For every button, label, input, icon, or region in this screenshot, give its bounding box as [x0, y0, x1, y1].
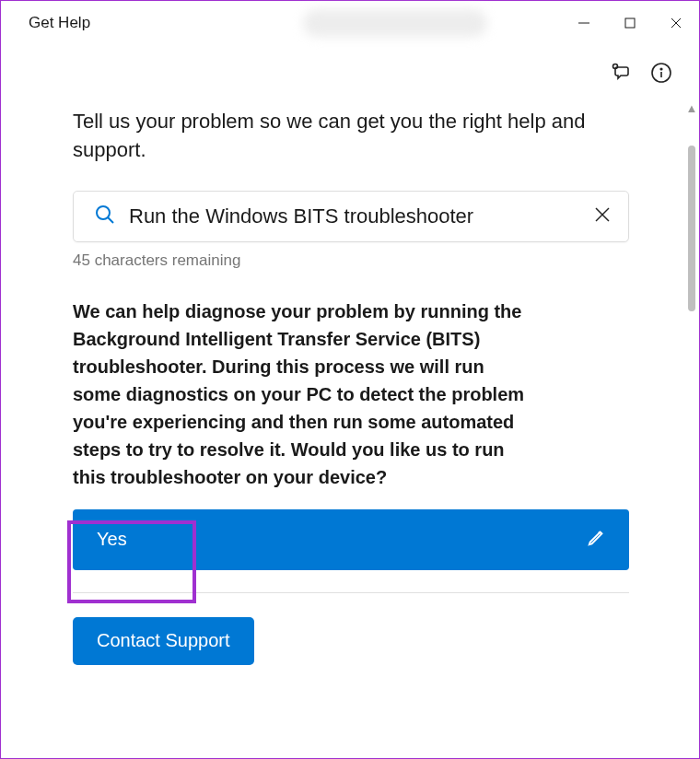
divider: [73, 592, 629, 593]
x-icon: [593, 205, 612, 224]
maximize-button[interactable]: [607, 5, 653, 41]
svg-point-4: [613, 64, 618, 69]
maximize-icon: [624, 17, 636, 29]
window-controls: [561, 5, 699, 41]
scrollbar[interactable]: ▲: [684, 100, 699, 758]
close-button[interactable]: [653, 5, 699, 41]
svg-line-9: [108, 217, 113, 223]
titlebar-blur-region: [303, 9, 487, 37]
svg-point-6: [660, 68, 662, 70]
yes-button[interactable]: Yes: [73, 509, 629, 570]
prompt-text: Tell us your problem so we can get you t…: [73, 108, 629, 165]
characters-remaining: 45 characters remaining: [73, 251, 629, 270]
search-input-value[interactable]: Run the Windows BITS troubleshooter: [129, 204, 580, 228]
get-help-window: Get Help: [0, 0, 700, 759]
close-icon: [670, 17, 682, 29]
diagnosis-text: We can help diagnose your problem by run…: [73, 298, 533, 491]
window-title: Get Help: [29, 14, 90, 32]
info-icon: [650, 62, 672, 84]
edit-icon[interactable]: [587, 527, 607, 552]
scrollbar-thumb[interactable]: [688, 146, 695, 311]
feedback-icon: [610, 62, 632, 84]
toolbar: [1, 45, 699, 100]
svg-rect-1: [625, 18, 635, 28]
minimize-button[interactable]: [561, 5, 607, 41]
main-content: Tell us your problem so we can get you t…: [1, 100, 684, 758]
scroll-up-arrow[interactable]: ▲: [686, 102, 698, 114]
yes-label: Yes: [97, 529, 587, 550]
minimize-icon: [578, 17, 590, 29]
contact-support-button[interactable]: Contact Support: [73, 617, 254, 665]
info-button[interactable]: [649, 61, 673, 85]
feedback-button[interactable]: [609, 61, 633, 85]
clear-search-button[interactable]: [593, 205, 612, 228]
search-box[interactable]: Run the Windows BITS troubleshooter: [73, 191, 629, 242]
titlebar: Get Help: [1, 1, 699, 45]
search-icon: [94, 204, 116, 229]
svg-point-8: [97, 206, 110, 219]
